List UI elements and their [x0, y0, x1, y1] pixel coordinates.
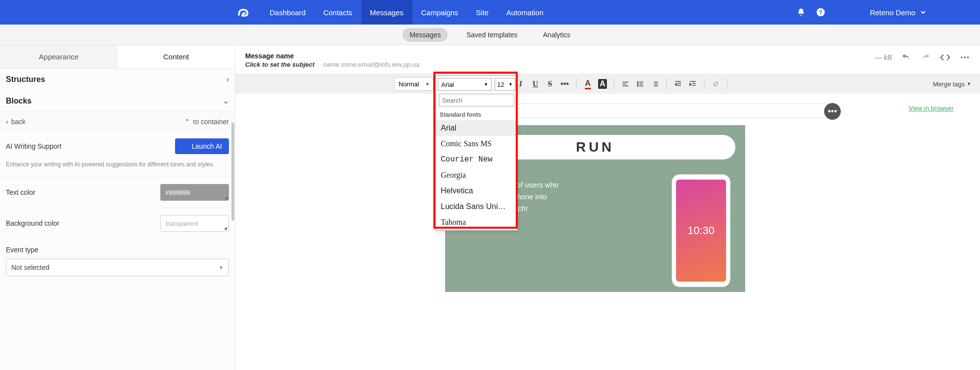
more-icon[interactable] [959, 52, 970, 63]
ai-description: Enhance your writing with AI-powered sug… [0, 158, 235, 177]
font-option-lucida[interactable]: Lucida Sans Uni… [436, 199, 517, 214]
launch-ai-label: Launch AI [192, 142, 222, 150]
email-canvas[interactable]: xciting promotions ••• View in browser R… [235, 94, 980, 370]
app-logo[interactable] [235, 4, 251, 20]
blocks-label: Blocks [6, 97, 31, 106]
view-in-browser-link[interactable]: View in browser [908, 105, 954, 112]
account-menu[interactable]: Reteno Demo [870, 8, 926, 17]
top-nav: Dashboard Contacts Messages Campaigns Si… [0, 0, 980, 25]
main-layout: Appearance Content Structures › Blocks ⌄… [0, 45, 980, 370]
font-size-select[interactable]: 12 ▼ [495, 78, 515, 91]
event-type-select[interactable]: Not selected ▼ [6, 259, 229, 276]
subtab-saved[interactable]: Saved templates [459, 28, 524, 42]
svg-point-12 [637, 85, 638, 86]
svg-text:?: ? [819, 9, 823, 15]
caret-down-icon: ▼ [484, 82, 488, 87]
outdent-button[interactable] [672, 78, 684, 90]
text-color-button[interactable]: A [581, 78, 594, 90]
separator [727, 79, 728, 89]
picker-corner-icon [225, 196, 227, 199]
nav-automation[interactable]: Automation [498, 0, 553, 25]
font-family-value: Arial [441, 81, 454, 88]
list-ul-button[interactable] [634, 78, 647, 90]
subtab-messages[interactable]: Messages [402, 28, 448, 42]
text-color-label: Text color [6, 188, 35, 196]
highlight-button[interactable]: A [596, 78, 609, 90]
caret-down-icon: ▼ [425, 81, 430, 87]
font-option-arial[interactable]: Arial [436, 120, 517, 136]
svg-point-4 [967, 56, 969, 58]
message-size: — kB [875, 53, 892, 61]
text-color-row: Text color #999999 [0, 177, 235, 208]
left-scrollbar[interactable] [231, 123, 234, 221]
more-format-button[interactable]: ••• [558, 78, 571, 90]
redo-icon[interactable] [920, 52, 931, 63]
message-header-right: — kB [875, 52, 970, 63]
subject-placeholder[interactable]: Click to set the subject [245, 61, 315, 68]
text-color-value: #999999 [165, 189, 190, 196]
font-option-tahoma[interactable]: Tahoma [436, 214, 517, 230]
link-button[interactable] [709, 78, 722, 90]
event-type-label: Event type [6, 246, 229, 254]
phone-mockup: 10:30 [672, 174, 730, 287]
event-section: Event type Not selected ▼ [0, 239, 235, 283]
subtab-analytics[interactable]: Analytics [536, 28, 578, 42]
bg-color-row: Background color transparent [0, 208, 235, 239]
ai-row: AI Writing Support Launch AI [0, 132, 235, 158]
nav-contacts[interactable]: Contacts [314, 0, 361, 25]
nav-dashboard[interactable]: Dashboard [261, 0, 314, 25]
phone-screen: 10:30 [676, 180, 726, 282]
left-panel: Appearance Content Structures › Blocks ⌄… [0, 45, 235, 370]
code-icon[interactable] [940, 52, 951, 63]
merge-tags-button[interactable]: Merge tags ▼ [929, 79, 975, 90]
bell-icon[interactable] [791, 8, 811, 17]
merge-tags-label: Merge tags [933, 80, 965, 88]
tab-content[interactable]: Content [118, 45, 235, 68]
breadcrumb-row: ‹ back ⌃ to container [0, 112, 235, 132]
sender-email: · name some.email@info.env.pp.ua [320, 61, 420, 68]
font-search-input[interactable] [439, 94, 514, 106]
font-option-comic[interactable]: Comic Sans MS [436, 136, 517, 152]
section-blocks[interactable]: Blocks ⌄ [0, 90, 235, 112]
font-option-helvetica[interactable]: Helvetica [436, 183, 517, 199]
separator [614, 79, 614, 89]
event-type-value: Not selected [11, 264, 50, 271]
undo-icon[interactable] [901, 52, 911, 63]
to-container-button[interactable]: ⌃ to container [184, 118, 229, 126]
paragraph-style-select[interactable]: Normal ▼ [394, 77, 433, 91]
nav-site[interactable]: Site [467, 0, 498, 25]
nav-messages[interactable]: Messages [361, 0, 412, 25]
tab-appearance[interactable]: Appearance [0, 45, 118, 68]
paragraph-style-value: Normal [399, 80, 419, 88]
message-name-label[interactable]: Message name [245, 52, 420, 60]
bg-color-picker[interactable]: transparent [160, 215, 229, 232]
back-button[interactable]: ‹ back [6, 118, 25, 126]
separator [576, 79, 577, 89]
strike-button[interactable]: S [544, 78, 556, 90]
launch-ai-button[interactable]: Launch AI [175, 138, 229, 154]
font-option-courier[interactable]: Courier New [436, 152, 517, 167]
align-button[interactable] [619, 78, 632, 90]
section-structures[interactable]: Structures › [0, 69, 235, 90]
caret-down-icon: ▼ [219, 265, 224, 270]
message-header: Message name Click to set the subject · … [235, 45, 980, 74]
font-family-select[interactable]: Arial ▼ [438, 78, 492, 91]
nav-campaigns[interactable]: Campaigns [412, 0, 467, 25]
chevron-up-icon: ⌃ [184, 118, 190, 126]
ai-title: AI Writing Support [6, 142, 61, 150]
promo-more-icon[interactable]: ••• [824, 103, 841, 120]
bg-color-value: transparent [166, 220, 198, 227]
separator [666, 79, 667, 89]
back-label: back [11, 118, 26, 126]
svg-point-2 [961, 56, 963, 58]
font-option-georgia[interactable]: Georgia [436, 167, 517, 183]
chevron-down-icon [920, 9, 926, 15]
help-icon[interactable]: ? [811, 7, 830, 17]
editor-area: Message name Click to set the subject · … [235, 45, 980, 370]
list-ol-button[interactable] [649, 78, 661, 90]
picker-corner-icon [224, 227, 227, 230]
text-color-picker[interactable]: #999999 [160, 184, 229, 201]
caret-down-icon: ▼ [967, 81, 971, 86]
underline-button[interactable]: U [529, 78, 542, 90]
indent-button[interactable] [686, 78, 699, 90]
